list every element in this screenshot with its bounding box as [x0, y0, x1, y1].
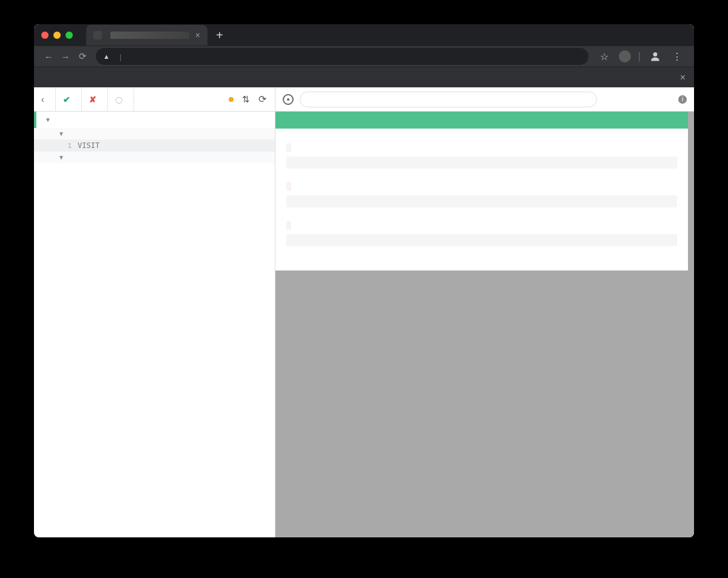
- failed-count: ✘: [82, 87, 108, 111]
- menu-icon[interactable]: ⋮: [670, 49, 684, 64]
- section-document: [286, 182, 677, 207]
- restart-icon[interactable]: ⟳: [258, 93, 266, 105]
- caret-down-icon: ▼: [58, 130, 64, 137]
- chevron-left-icon: ‹: [41, 95, 44, 104]
- back-button[interactable]: ←: [40, 52, 57, 62]
- before-each-header[interactable]: ▼: [34, 128, 275, 139]
- url-bar[interactable]: ▲ |: [96, 48, 588, 65]
- browser-tab[interactable]: ×: [86, 25, 207, 45]
- command-name: VISIT: [78, 141, 116, 150]
- minimize-window-button[interactable]: [53, 32, 61, 39]
- command-row[interactable]: 1 VISIT: [34, 139, 275, 152]
- circle-icon: ◌: [115, 95, 123, 104]
- page-banner: [275, 112, 688, 129]
- inline-code: [286, 221, 291, 230]
- browser-window: × + ← → ⟳ ▲ | ☆ | ⋮ × ‹: [34, 24, 694, 537]
- tab-bar: × +: [34, 24, 694, 46]
- code-block: [286, 234, 677, 246]
- new-tab-button[interactable]: +: [207, 29, 232, 42]
- profile-icon[interactable]: [648, 49, 662, 64]
- line-number: 1: [58, 142, 72, 150]
- passed-count: ✔: [56, 87, 82, 111]
- aut-panel: i: [275, 87, 694, 537]
- pending-count: ◌: [108, 87, 134, 111]
- traffic-lights: [34, 32, 80, 39]
- automation-infobar: ×: [34, 67, 694, 87]
- star-icon[interactable]: ☆: [597, 49, 612, 64]
- viewport-info: i: [671, 95, 687, 104]
- not-secure-icon: ▲: [103, 53, 110, 60]
- section-window: [286, 143, 677, 169]
- maximize-window-button[interactable]: [66, 32, 73, 39]
- caret-down-icon: ▼: [58, 154, 64, 161]
- toolbar-right: ☆ | ⋮: [593, 49, 688, 64]
- inline-code: [286, 143, 291, 152]
- code-block: [286, 195, 677, 207]
- status-dot: [229, 97, 234, 102]
- back-to-tests[interactable]: ‹: [34, 87, 56, 111]
- check-icon: ✔: [63, 95, 70, 104]
- reload-button[interactable]: ⟳: [74, 51, 91, 62]
- test-list: ▼ ▼ 1 VISIT ▼: [34, 112, 275, 537]
- forward-button[interactable]: →: [57, 52, 74, 62]
- caret-down-icon: ▼: [45, 116, 51, 123]
- svg-point-0: [653, 52, 658, 56]
- app-under-test: [275, 112, 688, 271]
- runner-toolbar: ‹ ✔ ✘ ◌: [34, 87, 275, 112]
- separator: |: [120, 52, 121, 61]
- x-icon: ✘: [89, 95, 96, 104]
- cypress-extension-icon[interactable]: [619, 50, 631, 62]
- suite-header[interactable]: ▼: [34, 112, 275, 128]
- cypress-app: ‹ ✔ ✘ ◌: [34, 87, 694, 537]
- close-tab-icon[interactable]: ×: [195, 30, 200, 40]
- aut-url-input[interactable]: [300, 92, 597, 107]
- info-icon[interactable]: i: [678, 95, 687, 104]
- test-body-header[interactable]: ▼: [34, 152, 275, 163]
- duration: [134, 87, 163, 111]
- code-block: [286, 156, 677, 169]
- aut-iframe: [275, 112, 694, 271]
- section-title-cmd: [286, 221, 677, 246]
- address-bar: ← → ⟳ ▲ | ☆ | ⋮: [34, 46, 694, 67]
- tab-title-blur: [110, 32, 189, 39]
- command-log-panel: ‹ ✔ ✘ ◌: [34, 87, 275, 537]
- selector-playground-icon[interactable]: [283, 94, 294, 105]
- favicon: [93, 31, 102, 39]
- inline-code: [286, 182, 291, 191]
- close-window-button[interactable]: [41, 32, 49, 39]
- infobar-close-icon[interactable]: ×: [680, 72, 686, 83]
- aut-header: i: [275, 87, 694, 112]
- updown-icon[interactable]: ⇅: [242, 94, 250, 105]
